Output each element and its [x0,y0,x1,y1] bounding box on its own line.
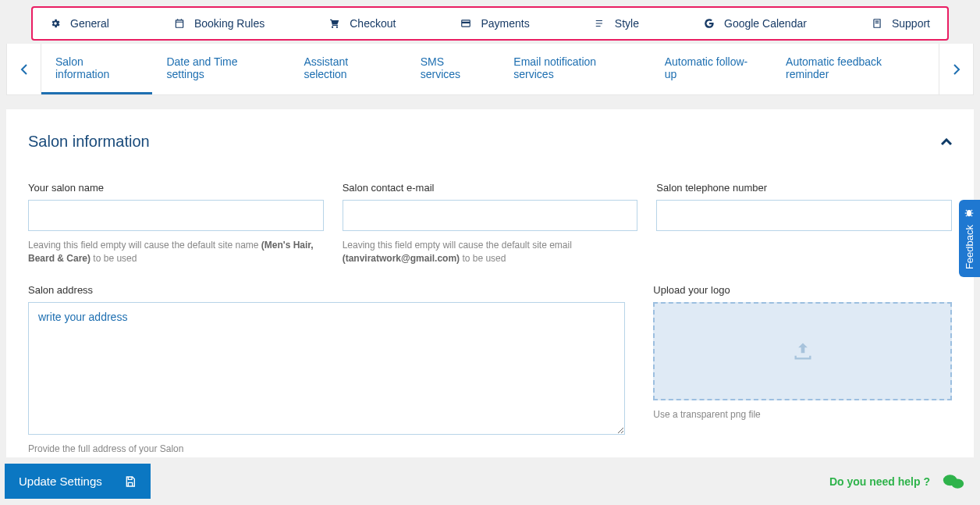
help-link[interactable]: Do you need help ? [829,472,974,491]
scroll-right[interactable] [939,44,973,94]
help-link-label: Do you need help ? [829,475,930,488]
subtab-email[interactable]: Email notification services [499,44,650,94]
panel-collapse[interactable] [941,135,952,149]
google-icon [704,18,715,29]
sub-tabs: Salon information Date and Time settings… [41,44,939,94]
phone-label: Salon telephone number [656,182,952,194]
logo-label: Upload your logo [653,284,952,296]
upload-icon [792,340,814,362]
sub-tabs-row: Salon information Date and Time settings… [6,44,974,95]
list-icon [595,18,605,29]
email-help: Leaving this field empty will cause the … [343,239,638,265]
subtab-feedback[interactable]: Automatic feedback reminder [772,44,939,94]
chevron-right-icon [953,64,960,75]
chat-icon [943,472,964,491]
update-settings-label: Update Settings [19,475,102,488]
tab-checkout-label: Checkout [350,17,396,30]
email-help-bold: (tanviratwork@gmail.com) [343,253,460,264]
tab-support[interactable]: Support [861,8,941,39]
tab-general[interactable]: General [39,8,120,39]
tab-gcal-label: Google Calendar [724,17,807,30]
card-icon [460,18,471,29]
panel-title: Salon information [28,133,150,151]
bug-icon [964,208,975,219]
subtab-datetime[interactable]: Date and Time settings [152,44,289,94]
footer: Update Settings Do you need help ? [0,457,980,505]
feedback-tab[interactable]: Feedback [959,200,980,277]
name-help-pre: Leaving this field empty will cause the … [28,240,261,251]
panel-header: Salon information [28,133,952,151]
cart-icon [329,18,340,29]
email-input[interactable] [343,200,638,231]
tab-style[interactable]: Style [584,8,650,39]
tab-style-label: Style [615,17,639,30]
tab-payments-label: Payments [481,17,529,30]
tab-booking[interactable]: Booking Rules [163,8,275,39]
tab-general-label: General [70,17,109,30]
subtab-assistant[interactable]: Assistant selection [289,44,406,94]
address-input[interactable] [28,302,625,435]
chevron-up-icon [941,138,952,146]
save-icon [124,475,137,488]
name-input[interactable] [28,200,324,231]
update-settings-button[interactable]: Update Settings [5,464,151,499]
calendar-icon [174,18,185,29]
tab-checkout[interactable]: Checkout [318,8,407,39]
subtab-sms[interactable]: SMS services [407,44,500,94]
salon-info-panel: Salon information Your salon name Leavin… [6,109,974,505]
address-help: Provide the full address of your Salon [28,443,625,456]
name-help: Leaving this field empty will cause the … [28,239,324,265]
email-help-pre: Leaving this field empty will cause the … [343,240,572,251]
tab-gcal[interactable]: Google Calendar [693,8,818,39]
subtab-saloninfo[interactable]: Salon information [41,44,152,94]
email-label: Salon contact e-mail [343,182,638,194]
feedback-label: Feedback [964,225,975,269]
svg-point-1 [951,478,964,488]
name-label: Your salon name [28,182,324,194]
tab-payments[interactable]: Payments [449,8,540,39]
scroll-left[interactable] [7,44,41,94]
logo-help: Use a transparent png file [653,408,952,421]
subtab-followup[interactable]: Automatic follow-up [651,44,772,94]
book-icon [872,18,882,29]
logo-upload[interactable] [653,302,952,400]
tab-booking-label: Booking Rules [194,17,265,30]
main-tabs: General Booking Rules Checkout Payments … [31,6,949,41]
tab-support-label: Support [892,17,930,30]
gear-icon [50,18,61,29]
email-help-post: to be used [460,253,506,264]
chevron-left-icon [20,64,28,75]
address-label: Salon address [28,284,625,296]
name-help-post: to be used [91,253,137,264]
phone-input[interactable] [656,200,952,231]
